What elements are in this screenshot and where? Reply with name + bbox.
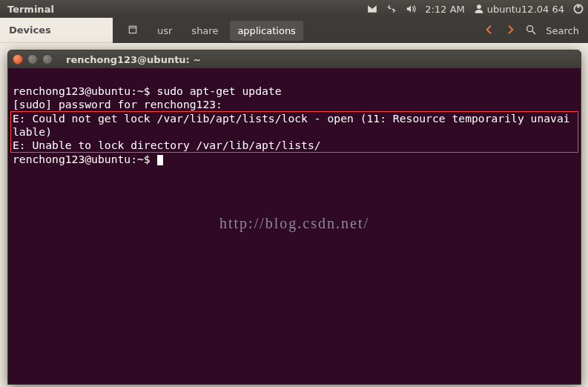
- network-icon[interactable]: [386, 4, 397, 14]
- cursor: [157, 155, 163, 165]
- terminal-titlebar[interactable]: renchong123@ubuntu: ~: [8, 50, 581, 68]
- breadcrumb-usr[interactable]: usr: [150, 21, 179, 41]
- terminal-title: renchong123@ubuntu: ~: [66, 54, 201, 65]
- svg-point-1: [527, 25, 533, 31]
- system-tray: 2:12 AM ubuntu12.04 64: [367, 4, 584, 15]
- nav-forward-icon[interactable]: [504, 24, 516, 38]
- user-icon: [474, 4, 484, 14]
- user-label: ubuntu12.04 64: [487, 4, 564, 15]
- breadcrumb-applications[interactable]: applications: [230, 21, 303, 41]
- power-icon[interactable]: [573, 4, 584, 14]
- active-app-title: Terminal: [4, 4, 54, 15]
- mail-icon[interactable]: [367, 4, 377, 14]
- user-menu[interactable]: ubuntu12.04 64: [474, 4, 564, 15]
- sudo-password-prompt: [sudo] password for renchong123:: [13, 98, 222, 110]
- terminal-body[interactable]: renchong123@ubuntu:~$ sudo apt-get updat…: [8, 68, 581, 196]
- search-label[interactable]: Search: [546, 25, 579, 36]
- command-text: sudo apt-get update: [157, 85, 282, 97]
- error-line-1: E: Could not get lock /var/lib/apt/lists…: [13, 112, 570, 138]
- breadcrumb-share[interactable]: share: [184, 21, 225, 41]
- clock[interactable]: 2:12 AM: [425, 4, 464, 15]
- window-minimize-button[interactable]: [27, 54, 38, 64]
- nav-back-icon[interactable]: [483, 24, 495, 38]
- ubuntu-top-panel: Terminal 2:12 AM ubuntu12.04 64: [0, 0, 588, 18]
- error-line-2: E: Unable to lock directory /var/lib/apt…: [13, 139, 321, 151]
- breadcrumb-root[interactable]: [120, 20, 145, 42]
- nautilus-toolbar: Devices usr share applications Search: [0, 18, 588, 43]
- sidebar-header-devices: Devices: [0, 18, 113, 43]
- watermark-text: http://blog.csdn.net/: [8, 216, 581, 230]
- prompt: renchong123@ubuntu:~$: [13, 153, 157, 165]
- sound-icon[interactable]: [406, 4, 416, 14]
- terminal-window: renchong123@ubuntu: ~ renchong123@ubuntu…: [7, 50, 581, 385]
- window-maximize-button[interactable]: [42, 54, 53, 64]
- search-icon[interactable]: [525, 24, 537, 38]
- prompt: renchong123@ubuntu:~$: [13, 85, 157, 97]
- window-close-button[interactable]: [13, 54, 23, 64]
- error-highlight-box: E: Could not get lock /var/lib/apt/lists…: [10, 111, 578, 153]
- breadcrumb: usr share applications: [113, 18, 303, 43]
